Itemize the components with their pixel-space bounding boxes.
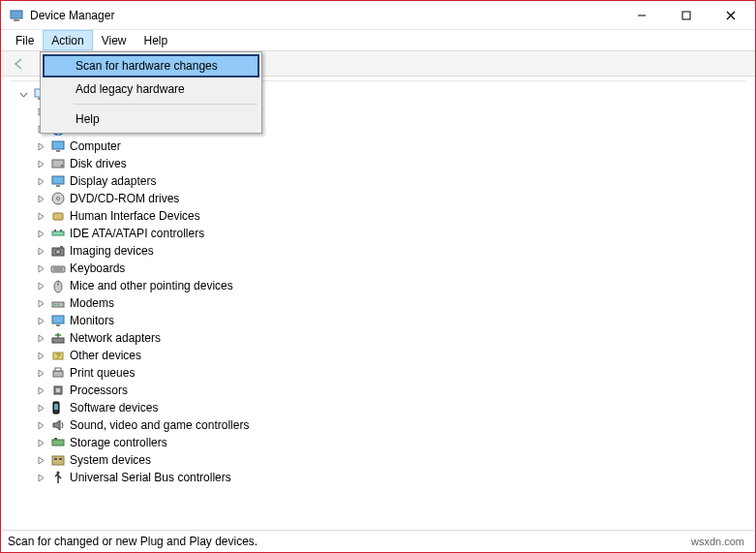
tree-node-label: Modems: [70, 296, 114, 310]
svg-text:?: ?: [56, 352, 61, 360]
status-text: Scan for changed or new Plug and Play de…: [2, 535, 691, 548]
tree-node[interactable]: Imaging devices: [15, 242, 745, 260]
expand-icon[interactable]: [36, 368, 46, 379]
svg-rect-26: [51, 266, 65, 272]
minimize-button[interactable]: [620, 1, 664, 30]
expand-icon[interactable]: [36, 229, 46, 239]
tree-node-label: Print queues: [70, 366, 135, 380]
tree-node[interactable]: Network adapters: [15, 329, 745, 347]
tree-node-label: System devices: [70, 453, 151, 467]
svg-rect-12: [56, 150, 60, 152]
svg-rect-34: [52, 316, 64, 323]
expand-icon[interactable]: [36, 194, 46, 204]
tree-node[interactable]: Monitors: [15, 312, 745, 329]
expand-icon[interactable]: [36, 281, 46, 292]
menu-view[interactable]: View: [93, 30, 136, 50]
svg-rect-0: [11, 11, 22, 18]
tree-node[interactable]: Processors: [15, 382, 745, 399]
expand-icon[interactable]: [36, 455, 46, 466]
svg-rect-22: [60, 230, 62, 231]
window-title: Device Manager: [30, 9, 114, 22]
tree-node-label: Monitors: [70, 314, 114, 327]
tree-node[interactable]: Modems: [15, 294, 745, 312]
tree-node-label: Imaging devices: [70, 244, 154, 258]
expand-icon[interactable]: [36, 211, 46, 222]
svg-rect-40: [55, 368, 61, 371]
expand-icon[interactable]: [36, 403, 46, 414]
expand-icon[interactable]: [36, 263, 46, 274]
tree-node-label: IDE ATA/ATAPI controllers: [70, 227, 204, 240]
device-tree[interactable]: BatteriesBluetoothComputerDisk drivesDis…: [11, 81, 745, 486]
statusbar: Scan for changed or new Plug and Play de…: [2, 530, 754, 551]
svg-rect-48: [54, 458, 57, 460]
svg-point-50: [57, 472, 60, 475]
maximize-button[interactable]: [664, 1, 709, 30]
tree-node[interactable]: System devices: [15, 451, 745, 469]
tree-node[interactable]: Print queues: [15, 364, 745, 382]
tree-node[interactable]: Keyboards: [15, 260, 745, 277]
printer-icon: [50, 365, 66, 381]
expand-icon[interactable]: [36, 141, 46, 152]
expand-icon[interactable]: [36, 298, 46, 309]
close-button[interactable]: [709, 1, 753, 30]
menu-file[interactable]: File: [7, 30, 43, 50]
svg-point-32: [54, 304, 56, 306]
hid-icon: [50, 208, 66, 224]
monitor-icon: [50, 138, 66, 154]
tree-node-label: DVD/CD-ROM drives: [70, 192, 179, 205]
expand-icon[interactable]: [36, 176, 46, 187]
tree-node[interactable]: Universal Serial Bus controllers: [15, 469, 745, 486]
svg-rect-44: [54, 404, 58, 410]
expand-icon[interactable]: [36, 246, 46, 257]
dropdown-separator: [74, 104, 257, 105]
collapse-icon[interactable]: [18, 89, 29, 100]
svg-rect-47: [52, 456, 64, 465]
expand-icon[interactable]: [36, 159, 46, 169]
other-icon: ?: [50, 348, 66, 363]
keyboard-icon: [50, 261, 66, 276]
tree-node[interactable]: Sound, video and game controllers: [15, 416, 745, 434]
expand-icon[interactable]: [36, 438, 46, 448]
back-button[interactable]: [9, 53, 30, 75]
brand-text: wsxdn.com: [691, 536, 754, 547]
tree-node[interactable]: IDE ATA/ATAPI controllers: [15, 225, 745, 242]
software-icon: [50, 400, 66, 415]
storage-icon: [50, 435, 66, 450]
expand-icon[interactable]: [36, 420, 46, 431]
tree-node[interactable]: Software devices: [15, 399, 745, 416]
menu-item-add-legacy[interactable]: Add legacy hardware: [43, 77, 259, 101]
expand-icon[interactable]: [36, 333, 46, 344]
tree-node-label: Network adapters: [70, 331, 161, 345]
tree-node[interactable]: Human Interface Devices: [15, 207, 745, 225]
expand-icon[interactable]: [36, 473, 46, 483]
sound-icon: [50, 417, 66, 433]
tree-node[interactable]: Display adapters: [15, 172, 745, 190]
menu-item-scan-hardware[interactable]: Scan for hardware changes: [43, 54, 259, 77]
tree-node[interactable]: Computer: [15, 138, 745, 155]
menu-label: File: [15, 34, 34, 47]
svg-point-33: [57, 304, 59, 306]
expand-icon[interactable]: [36, 316, 46, 326]
tree-node-label: Processors: [70, 384, 128, 397]
monitor-icon: [50, 313, 66, 328]
svg-rect-19: [53, 213, 63, 220]
tree-node[interactable]: ?Other devices: [15, 347, 745, 364]
menu-label: View: [102, 34, 127, 47]
expand-icon[interactable]: [36, 351, 46, 361]
svg-rect-1: [14, 19, 19, 21]
tree-node[interactable]: Disk drives: [15, 155, 745, 172]
camera-icon: [50, 243, 66, 259]
tree-node[interactable]: Mice and other pointing devices: [15, 277, 745, 294]
menu-action[interactable]: Action: [43, 30, 92, 50]
menu-help[interactable]: Help: [136, 30, 177, 50]
svg-rect-15: [52, 176, 64, 184]
tree-node[interactable]: Storage controllers: [15, 434, 745, 451]
expand-icon[interactable]: [36, 385, 46, 396]
content-area: BatteriesBluetoothComputerDisk drivesDis…: [11, 80, 745, 523]
tree-node-label: Other devices: [70, 349, 141, 362]
network-icon: [50, 330, 66, 346]
ide-icon: [50, 226, 66, 241]
tree-node[interactable]: DVD/CD-ROM drives: [15, 190, 745, 207]
dropdown-item-label: Scan for hardware changes: [76, 59, 218, 73]
menu-item-help[interactable]: Help: [43, 108, 259, 131]
